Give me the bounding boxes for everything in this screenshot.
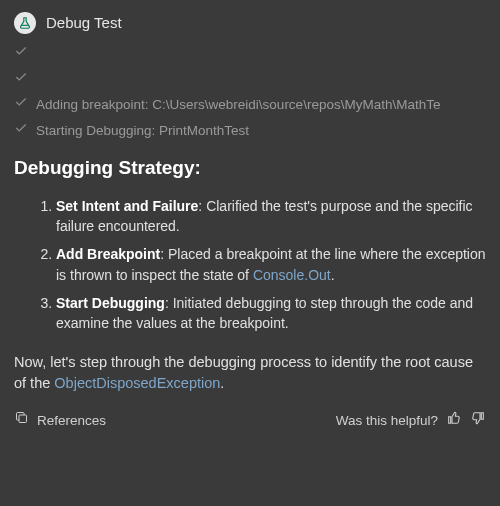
svg-rect-0 — [19, 415, 27, 423]
strategy-step: Set Intent and Failure: Clarified the te… — [56, 196, 486, 237]
references-label: References — [37, 411, 106, 431]
references-button[interactable]: References — [14, 410, 106, 431]
step-label: Start Debugging — [56, 295, 165, 311]
check-icon — [14, 121, 28, 141]
strategy-step: Start Debugging: Initiated debugging to … — [56, 293, 486, 334]
strategy-step: Add Breakpoint: Placed a breakpoint at t… — [56, 244, 486, 285]
progress-item — [14, 70, 486, 90]
flask-icon — [14, 12, 36, 34]
progress-item: Starting Debugging: PrintMonthTest — [14, 121, 486, 141]
check-icon — [14, 70, 28, 90]
check-icon — [14, 44, 28, 64]
strategy-heading: Debugging Strategy: — [14, 154, 486, 182]
progress-text: Starting Debugging: PrintMonthTest — [36, 121, 249, 141]
exception-link[interactable]: ObjectDisposedException — [54, 375, 220, 391]
progress-item: Adding breakpoint: C:\Users\webreidi\sou… — [14, 95, 486, 115]
console-out-link[interactable]: Console.Out — [253, 267, 331, 283]
strategy-list: Set Intent and Failure: Clarified the te… — [14, 196, 486, 334]
progress-item — [14, 44, 486, 64]
step-text-after: . — [331, 267, 335, 283]
step-label: Set Intent and Failure — [56, 198, 198, 214]
progress-text: Adding breakpoint: C:\Users\webreidi\sou… — [36, 95, 440, 115]
closing-after: . — [220, 375, 224, 391]
panel-title: Debug Test — [46, 12, 122, 34]
helpful-prompt: Was this helpful? — [336, 411, 438, 431]
thumbs-down-icon[interactable] — [470, 410, 486, 432]
panel-header: Debug Test — [14, 12, 486, 34]
copy-icon — [14, 410, 29, 431]
closing-paragraph: Now, let's step through the debugging pr… — [14, 352, 486, 394]
feedback-group: Was this helpful? — [336, 410, 486, 432]
thumbs-up-icon[interactable] — [446, 410, 462, 432]
check-icon — [14, 95, 28, 115]
footer: References Was this helpful? — [14, 410, 486, 432]
step-label: Add Breakpoint — [56, 246, 160, 262]
